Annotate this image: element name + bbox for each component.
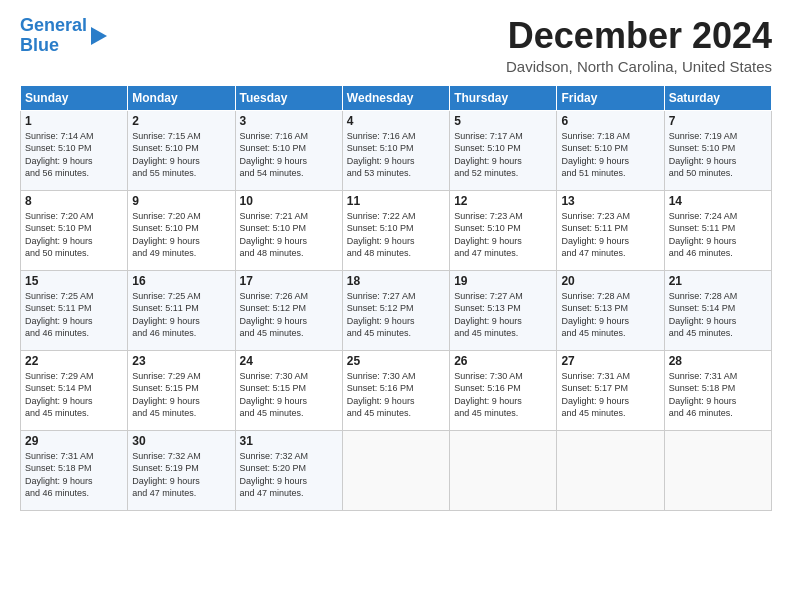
day-number: 21 xyxy=(669,274,767,288)
col-thursday: Thursday xyxy=(450,85,557,110)
week-row-2: 8Sunrise: 7:20 AM Sunset: 5:10 PM Daylig… xyxy=(21,190,772,270)
day-number: 1 xyxy=(25,114,123,128)
day-cell: 2Sunrise: 7:15 AM Sunset: 5:10 PM Daylig… xyxy=(128,110,235,190)
day-number: 22 xyxy=(25,354,123,368)
day-number: 3 xyxy=(240,114,338,128)
day-info: Sunrise: 7:18 AM Sunset: 5:10 PM Dayligh… xyxy=(561,130,659,180)
day-cell: 30Sunrise: 7:32 AM Sunset: 5:19 PM Dayli… xyxy=(128,430,235,510)
logo-arrow-icon xyxy=(91,27,107,45)
calendar-body: 1Sunrise: 7:14 AM Sunset: 5:10 PM Daylig… xyxy=(21,110,772,510)
day-info: Sunrise: 7:32 AM Sunset: 5:20 PM Dayligh… xyxy=(240,450,338,500)
day-cell: 3Sunrise: 7:16 AM Sunset: 5:10 PM Daylig… xyxy=(235,110,342,190)
logo-text: General Blue xyxy=(20,16,87,56)
day-number: 26 xyxy=(454,354,552,368)
day-cell: 1Sunrise: 7:14 AM Sunset: 5:10 PM Daylig… xyxy=(21,110,128,190)
month-title: December 2024 xyxy=(506,16,772,56)
day-number: 12 xyxy=(454,194,552,208)
day-info: Sunrise: 7:16 AM Sunset: 5:10 PM Dayligh… xyxy=(347,130,445,180)
day-number: 10 xyxy=(240,194,338,208)
day-info: Sunrise: 7:29 AM Sunset: 5:15 PM Dayligh… xyxy=(132,370,230,420)
week-row-1: 1Sunrise: 7:14 AM Sunset: 5:10 PM Daylig… xyxy=(21,110,772,190)
day-info: Sunrise: 7:24 AM Sunset: 5:11 PM Dayligh… xyxy=(669,210,767,260)
day-number: 16 xyxy=(132,274,230,288)
day-cell: 12Sunrise: 7:23 AM Sunset: 5:10 PM Dayli… xyxy=(450,190,557,270)
day-number: 18 xyxy=(347,274,445,288)
day-info: Sunrise: 7:31 AM Sunset: 5:17 PM Dayligh… xyxy=(561,370,659,420)
day-number: 14 xyxy=(669,194,767,208)
day-cell: 18Sunrise: 7:27 AM Sunset: 5:12 PM Dayli… xyxy=(342,270,449,350)
day-cell: 31Sunrise: 7:32 AM Sunset: 5:20 PM Dayli… xyxy=(235,430,342,510)
day-number: 9 xyxy=(132,194,230,208)
day-number: 24 xyxy=(240,354,338,368)
day-number: 27 xyxy=(561,354,659,368)
col-monday: Monday xyxy=(128,85,235,110)
day-number: 7 xyxy=(669,114,767,128)
col-sunday: Sunday xyxy=(21,85,128,110)
day-info: Sunrise: 7:30 AM Sunset: 5:16 PM Dayligh… xyxy=(347,370,445,420)
col-saturday: Saturday xyxy=(664,85,771,110)
day-info: Sunrise: 7:27 AM Sunset: 5:12 PM Dayligh… xyxy=(347,290,445,340)
day-cell: 23Sunrise: 7:29 AM Sunset: 5:15 PM Dayli… xyxy=(128,350,235,430)
day-number: 4 xyxy=(347,114,445,128)
col-friday: Friday xyxy=(557,85,664,110)
day-cell: 29Sunrise: 7:31 AM Sunset: 5:18 PM Dayli… xyxy=(21,430,128,510)
col-tuesday: Tuesday xyxy=(235,85,342,110)
calendar-header: Sunday Monday Tuesday Wednesday Thursday… xyxy=(21,85,772,110)
day-cell: 5Sunrise: 7:17 AM Sunset: 5:10 PM Daylig… xyxy=(450,110,557,190)
day-info: Sunrise: 7:32 AM Sunset: 5:19 PM Dayligh… xyxy=(132,450,230,500)
day-cell: 24Sunrise: 7:30 AM Sunset: 5:15 PM Dayli… xyxy=(235,350,342,430)
day-info: Sunrise: 7:19 AM Sunset: 5:10 PM Dayligh… xyxy=(669,130,767,180)
day-cell: 7Sunrise: 7:19 AM Sunset: 5:10 PM Daylig… xyxy=(664,110,771,190)
logo: General Blue xyxy=(20,16,107,56)
header: General Blue December 2024 Davidson, Nor… xyxy=(20,16,772,75)
day-cell: 13Sunrise: 7:23 AM Sunset: 5:11 PM Dayli… xyxy=(557,190,664,270)
week-row-4: 22Sunrise: 7:29 AM Sunset: 5:14 PM Dayli… xyxy=(21,350,772,430)
day-cell: 21Sunrise: 7:28 AM Sunset: 5:14 PM Dayli… xyxy=(664,270,771,350)
day-info: Sunrise: 7:25 AM Sunset: 5:11 PM Dayligh… xyxy=(132,290,230,340)
day-info: Sunrise: 7:31 AM Sunset: 5:18 PM Dayligh… xyxy=(669,370,767,420)
day-cell: 8Sunrise: 7:20 AM Sunset: 5:10 PM Daylig… xyxy=(21,190,128,270)
week-row-5: 29Sunrise: 7:31 AM Sunset: 5:18 PM Dayli… xyxy=(21,430,772,510)
day-info: Sunrise: 7:28 AM Sunset: 5:14 PM Dayligh… xyxy=(669,290,767,340)
day-cell: 15Sunrise: 7:25 AM Sunset: 5:11 PM Dayli… xyxy=(21,270,128,350)
day-info: Sunrise: 7:14 AM Sunset: 5:10 PM Dayligh… xyxy=(25,130,123,180)
day-info: Sunrise: 7:26 AM Sunset: 5:12 PM Dayligh… xyxy=(240,290,338,340)
day-cell xyxy=(450,430,557,510)
day-cell xyxy=(557,430,664,510)
day-info: Sunrise: 7:20 AM Sunset: 5:10 PM Dayligh… xyxy=(132,210,230,260)
day-cell: 6Sunrise: 7:18 AM Sunset: 5:10 PM Daylig… xyxy=(557,110,664,190)
day-number: 28 xyxy=(669,354,767,368)
day-cell: 10Sunrise: 7:21 AM Sunset: 5:10 PM Dayli… xyxy=(235,190,342,270)
day-number: 11 xyxy=(347,194,445,208)
day-cell xyxy=(664,430,771,510)
day-info: Sunrise: 7:22 AM Sunset: 5:10 PM Dayligh… xyxy=(347,210,445,260)
day-info: Sunrise: 7:17 AM Sunset: 5:10 PM Dayligh… xyxy=(454,130,552,180)
day-info: Sunrise: 7:21 AM Sunset: 5:10 PM Dayligh… xyxy=(240,210,338,260)
day-number: 19 xyxy=(454,274,552,288)
day-cell: 4Sunrise: 7:16 AM Sunset: 5:10 PM Daylig… xyxy=(342,110,449,190)
day-cell: 25Sunrise: 7:30 AM Sunset: 5:16 PM Dayli… xyxy=(342,350,449,430)
day-info: Sunrise: 7:20 AM Sunset: 5:10 PM Dayligh… xyxy=(25,210,123,260)
day-number: 30 xyxy=(132,434,230,448)
day-info: Sunrise: 7:29 AM Sunset: 5:14 PM Dayligh… xyxy=(25,370,123,420)
day-info: Sunrise: 7:30 AM Sunset: 5:16 PM Dayligh… xyxy=(454,370,552,420)
col-wednesday: Wednesday xyxy=(342,85,449,110)
day-number: 8 xyxy=(25,194,123,208)
day-info: Sunrise: 7:30 AM Sunset: 5:15 PM Dayligh… xyxy=(240,370,338,420)
day-cell: 27Sunrise: 7:31 AM Sunset: 5:17 PM Dayli… xyxy=(557,350,664,430)
day-number: 15 xyxy=(25,274,123,288)
day-cell: 11Sunrise: 7:22 AM Sunset: 5:10 PM Dayli… xyxy=(342,190,449,270)
calendar-page: General Blue December 2024 Davidson, Nor… xyxy=(0,0,792,612)
day-cell: 26Sunrise: 7:30 AM Sunset: 5:16 PM Dayli… xyxy=(450,350,557,430)
location: Davidson, North Carolina, United States xyxy=(506,58,772,75)
day-cell: 19Sunrise: 7:27 AM Sunset: 5:13 PM Dayli… xyxy=(450,270,557,350)
day-info: Sunrise: 7:25 AM Sunset: 5:11 PM Dayligh… xyxy=(25,290,123,340)
header-row: Sunday Monday Tuesday Wednesday Thursday… xyxy=(21,85,772,110)
day-info: Sunrise: 7:16 AM Sunset: 5:10 PM Dayligh… xyxy=(240,130,338,180)
week-row-3: 15Sunrise: 7:25 AM Sunset: 5:11 PM Dayli… xyxy=(21,270,772,350)
calendar-table: Sunday Monday Tuesday Wednesday Thursday… xyxy=(20,85,772,511)
day-info: Sunrise: 7:27 AM Sunset: 5:13 PM Dayligh… xyxy=(454,290,552,340)
day-cell: 16Sunrise: 7:25 AM Sunset: 5:11 PM Dayli… xyxy=(128,270,235,350)
day-info: Sunrise: 7:23 AM Sunset: 5:11 PM Dayligh… xyxy=(561,210,659,260)
day-number: 31 xyxy=(240,434,338,448)
